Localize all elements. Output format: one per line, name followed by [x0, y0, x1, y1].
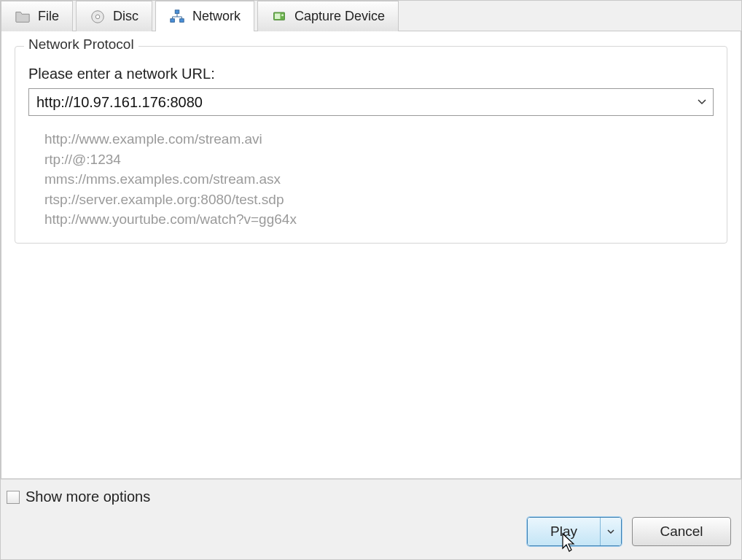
svg-rect-2: [175, 9, 179, 13]
play-split-button[interactable]: Play: [527, 517, 622, 546]
tab-disc[interactable]: Disc: [76, 1, 152, 31]
capture-device-icon: [271, 9, 287, 25]
show-more-options-row[interactable]: Show more options: [7, 489, 731, 505]
disc-icon: [90, 9, 106, 25]
url-example: http://www.yourtube.com/watch?v=gg64x: [44, 209, 714, 230]
network-url-combobox[interactable]: [28, 88, 714, 116]
show-more-options-label: Show more options: [26, 489, 150, 505]
url-dropdown-button[interactable]: [691, 89, 713, 115]
svg-rect-4: [180, 18, 184, 22]
play-button-label: Play: [550, 524, 577, 540]
url-prompt-label: Please enter a network URL:: [28, 66, 714, 82]
tab-file[interactable]: File: [1, 1, 73, 31]
dialog-footer: Show more options Play Cancel: [1, 479, 741, 559]
url-example: mms://mms.examples.com/stream.asx: [44, 169, 714, 190]
chevron-down-icon: [607, 529, 614, 534]
svg-rect-6: [275, 13, 281, 19]
tab-network[interactable]: Network: [155, 1, 254, 31]
cancel-button-label: Cancel: [660, 524, 703, 540]
show-more-options-checkbox[interactable]: [7, 491, 20, 504]
tab-disc-label: Disc: [113, 9, 138, 24]
tab-capture-label: Capture Device: [294, 9, 385, 24]
url-example: rtsp://server.example.org:8080/test.sdp: [44, 190, 714, 210]
tab-capture-device[interactable]: Capture Device: [257, 1, 399, 31]
network-protocol-group: Network Protocol Please enter a network …: [15, 46, 727, 244]
url-example: rtp://@:1234: [44, 149, 714, 170]
play-button-dropdown[interactable]: [601, 518, 621, 545]
chevron-down-icon: [698, 99, 706, 105]
network-tab-page: Network Protocol Please enter a network …: [1, 31, 741, 479]
tab-file-label: File: [38, 9, 59, 24]
open-media-dialog: File Disc Network Capture Devi: [0, 0, 742, 560]
tab-bar: File Disc Network Capture Devi: [1, 1, 741, 31]
svg-rect-3: [171, 18, 175, 22]
url-examples: http://www.example.com/stream.avi rtp://…: [44, 129, 714, 230]
network-url-input[interactable]: [29, 89, 691, 115]
network-icon: [169, 9, 185, 25]
play-button[interactable]: Play: [528, 518, 601, 545]
tab-network-label: Network: [192, 9, 241, 24]
svg-point-1: [95, 15, 100, 19]
svg-point-7: [281, 14, 284, 16]
folder-icon: [15, 9, 31, 25]
footer-buttons: Play Cancel: [7, 517, 731, 546]
group-title: Network Protocol: [24, 36, 138, 52]
url-example: http://www.example.com/stream.avi: [44, 129, 714, 149]
cancel-button[interactable]: Cancel: [632, 517, 731, 546]
